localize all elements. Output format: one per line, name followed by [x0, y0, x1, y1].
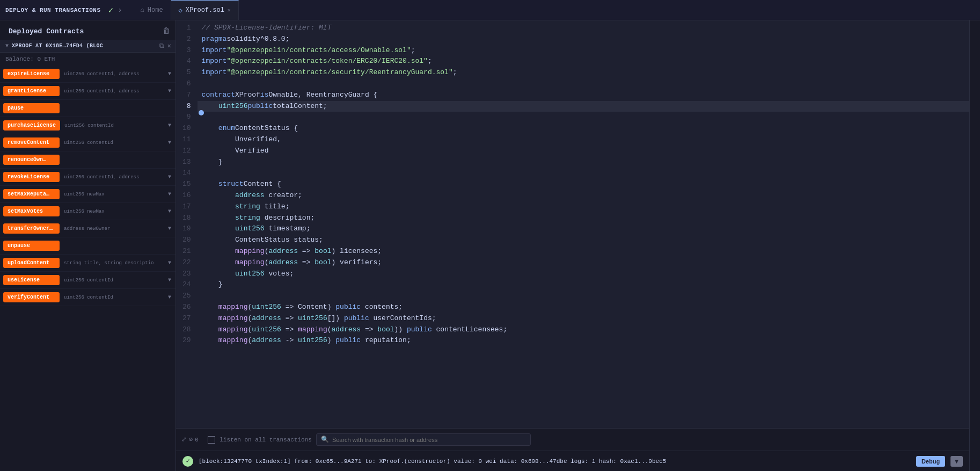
fn-params: uint256 contentId — [60, 140, 166, 146]
fn-expand-icon[interactable]: ▼ — [166, 260, 171, 266]
line-number: 25 — [182, 291, 191, 302]
fn-btn-revokelicense[interactable]: revokeLicense — [3, 172, 60, 182]
listen-label: listen on all transactions — [220, 437, 312, 443]
line-number: 4 — [182, 56, 191, 67]
line-number: 7 — [182, 90, 191, 101]
fn-expand-icon[interactable]: ▼ — [166, 122, 171, 128]
line-number: 10 — [182, 123, 191, 134]
copy-icon[interactable]: ⧉ — [159, 42, 164, 50]
code-line: string title; — [198, 201, 969, 213]
tx-search[interactable]: 🔍 — [316, 433, 531, 446]
fn-btn-unpause[interactable]: unpause — [3, 241, 60, 251]
function-row: grantLicenseuint256 contentId, address▼ — [0, 83, 175, 100]
code-line: mapping(uint256 => Content) public conte… — [198, 302, 969, 313]
tx-icons: ⤢ ⊘ 0 — [181, 436, 203, 444]
line-number: 15 — [182, 179, 191, 190]
code-line: ContentStatus status; — [198, 235, 969, 246]
fn-expand-icon[interactable]: ▼ — [166, 294, 171, 300]
code-line: // SPDX-License-Identifier: MIT — [198, 23, 969, 34]
tx-search-input[interactable] — [332, 437, 526, 443]
code-line: enum ContentStatus { — [198, 123, 969, 134]
sidebar: Deployed Contracts 🗑 ▼ XPROOF AT 0X18E…7… — [0, 20, 176, 471]
fn-btn-uploadcontent[interactable]: uploadContent — [3, 258, 60, 268]
fn-btn-uselicense[interactable]: useLicense — [3, 275, 60, 285]
fn-btn-expirelicense[interactable]: expireLicense — [3, 69, 60, 79]
function-row: pause — [0, 100, 175, 117]
contract-name: XPROOF AT 0X18E…74FD4 (BLOC — [12, 43, 156, 49]
line-number: 18 — [182, 213, 191, 224]
fn-btn-setmaxreputa[interactable]: setMaxReputa… — [3, 189, 60, 199]
fn-btn-purchaselicense[interactable]: purchaseLicense — [3, 120, 60, 131]
function-row: uploadContentstring title, string descri… — [0, 255, 175, 272]
listen-checkbox[interactable] — [208, 436, 215, 444]
code-line: mapping(uint256 => mapping(address => bo… — [198, 324, 969, 336]
function-row: purchaseLicenseuint256 contentId▼ — [0, 117, 175, 134]
fn-expand-icon[interactable]: ▼ — [166, 140, 171, 146]
trash-icon[interactable]: 🗑 — [163, 27, 170, 35]
function-row: verifyContentuint256 contentId▼ — [0, 289, 175, 306]
debug-chevron-button[interactable]: ▼ — [950, 456, 963, 467]
fn-expand-icon[interactable]: ▼ — [166, 88, 171, 94]
line-number: 14 — [182, 168, 191, 179]
code-line: mapping(address => uint256[]) public use… — [198, 313, 969, 324]
function-row: expireLicenseuint256 contentId, address▼ — [0, 66, 175, 83]
fn-params: uint256 contentId — [60, 295, 166, 300]
breakpoint-dot[interactable] — [199, 110, 204, 115]
expand-icon[interactable]: ⤢ — [181, 436, 187, 444]
line-number: 11 — [182, 134, 191, 146]
debug-button[interactable]: Debug — [916, 456, 945, 467]
fn-expand-icon[interactable]: ▼ — [166, 191, 171, 197]
editor-area: 1234567891011121314151617181920212223242… — [176, 20, 969, 471]
main-content: Deployed Contracts 🗑 ▼ XPROOF AT 0X18E…7… — [0, 20, 980, 471]
fn-expand-icon[interactable]: ▼ — [166, 208, 171, 214]
code-line: pragma solidity ^0.8.0; — [198, 34, 969, 45]
function-row: setMaxReputa…uint256 newMax▼ — [0, 186, 175, 203]
check-icon: ✓ — [108, 5, 114, 16]
balance-label: Balance: 0 ETH — [5, 56, 55, 62]
tab-xproof-label: XProof.sol — [186, 6, 224, 14]
contract-close-icon[interactable]: ✕ — [167, 42, 171, 50]
line-number: 28 — [182, 324, 191, 336]
code-line: string description; — [198, 213, 969, 224]
toolbar: DEPLOY & RUN TRANSACTIONS ✓ › ⌂ Home ◇ X… — [0, 0, 980, 20]
line-number: 19 — [182, 223, 191, 235]
file-icon: ◇ — [179, 6, 182, 15]
sidebar-title: Deployed Contracts — [9, 27, 84, 35]
tab-xproof[interactable]: ◇ XProof.sol ✕ — [171, 0, 239, 20]
code-line: uint256 timestamp; — [198, 223, 969, 235]
contract-chevron-icon[interactable]: ▼ — [5, 43, 9, 49]
line-number: 6 — [182, 78, 191, 90]
line-number: 3 — [182, 45, 191, 56]
tx-success-icon: ✓ — [182, 456, 193, 467]
fn-expand-icon[interactable]: ▼ — [166, 226, 171, 231]
block-icon[interactable]: ⊘ — [189, 436, 193, 444]
fn-btn-renounceown[interactable]: renounceOwn… — [3, 155, 60, 165]
fn-expand-icon[interactable]: ▼ — [166, 174, 171, 180]
fn-btn-setmaxvotes[interactable]: setMaxVotes — [3, 206, 60, 216]
line-number: 16 — [182, 190, 191, 201]
fn-params: uint256 newMax — [60, 192, 166, 197]
code-container[interactable]: 1234567891011121314151617181920212223242… — [176, 20, 969, 428]
code-content: // SPDX-License-Identifier: MITpragma so… — [198, 20, 969, 428]
fn-params: uint256 newMax — [60, 209, 166, 214]
code-line: } — [198, 157, 969, 168]
code-line: struct Content { — [198, 179, 969, 190]
fn-expand-icon[interactable]: ▼ — [166, 277, 171, 283]
line-number: 2 — [182, 34, 191, 45]
code-line: address creator; — [198, 190, 969, 201]
fn-expand-icon[interactable]: ▼ — [166, 71, 171, 77]
function-row: revokeLicenseuint256 contentId, address▼ — [0, 169, 175, 186]
tab-close-icon[interactable]: ✕ — [228, 7, 231, 13]
code-line: contract XProof is Ownable, ReentrancyGu… — [198, 90, 969, 101]
code-line: import "@openzeppelin/contracts/token/ER… — [198, 56, 969, 67]
function-row: transferOwner…address newOwner▼ — [0, 220, 175, 237]
line-number: 17 — [182, 201, 191, 213]
tab-home[interactable]: ⌂ Home — [133, 0, 171, 20]
fn-btn-transferowner[interactable]: transferOwner… — [3, 223, 60, 234]
fn-btn-pause[interactable]: pause — [3, 103, 60, 113]
fn-btn-removecontent[interactable]: removeContent — [3, 137, 60, 148]
fn-btn-grantlicense[interactable]: grantLicense — [3, 86, 60, 96]
line-number: 12 — [182, 146, 191, 157]
fn-btn-verifycontent[interactable]: verifyContent — [3, 292, 60, 302]
line-number: 23 — [182, 269, 191, 280]
